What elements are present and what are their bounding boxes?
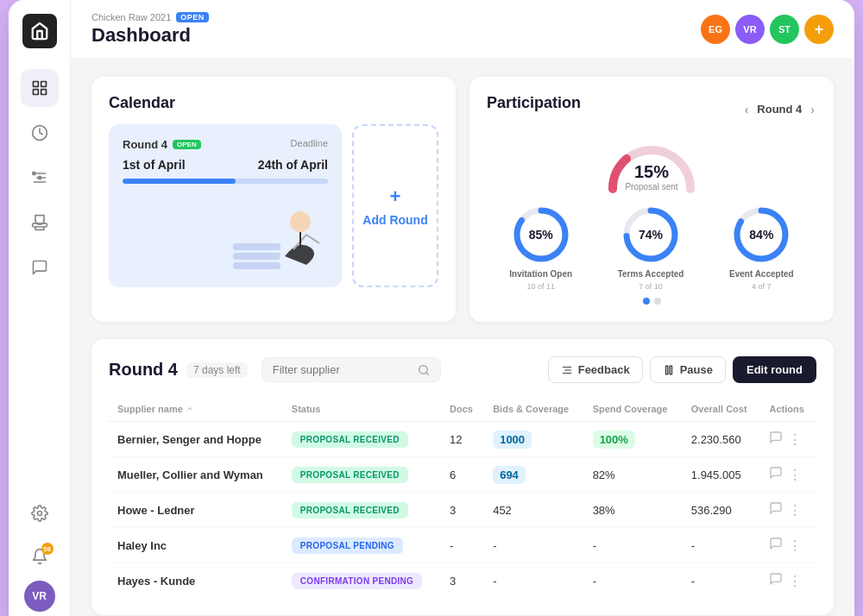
more-icon[interactable]: ⋮	[788, 467, 802, 483]
supplier-name: Howe - Ledner	[109, 493, 283, 528]
action-icons: ⋮	[769, 572, 808, 589]
sidebar-nav	[21, 69, 59, 494]
header-avatar-eg[interactable]: EG	[701, 15, 730, 44]
round-nav-next[interactable]: ›	[809, 101, 816, 118]
status-badge: PROPOSAL RECEIVED	[292, 431, 408, 448]
small-gauges: 85% Invitation Open 10 of 11	[487, 204, 816, 291]
supplier-cost: -	[683, 528, 761, 563]
more-icon[interactable]: ⋮	[788, 431, 802, 448]
big-gauge-percent: 15%	[625, 162, 677, 182]
more-icon[interactable]: ⋮	[788, 573, 802, 589]
dot-0[interactable]	[643, 298, 650, 305]
sidebar-item-dashboard[interactable]	[21, 69, 59, 107]
comment-icon[interactable]	[769, 572, 783, 589]
svg-rect-0	[33, 82, 38, 87]
supplier-spend: 82%	[584, 457, 683, 493]
svg-line-24	[425, 372, 428, 374]
spend-value: 82%	[593, 468, 615, 481]
big-gauge-label: 15% Proposal sent	[625, 162, 677, 192]
supplier-bids: 1000	[484, 422, 583, 457]
sidebar-bottom: 58 VR	[21, 494, 59, 616]
supplier-cost: -	[683, 563, 761, 599]
header-avatar-vr[interactable]: VR	[735, 15, 765, 44]
action-icons: ⋮	[769, 537, 808, 554]
supplier-name: Haley Inc	[109, 528, 283, 563]
supplier-docs: -	[441, 528, 484, 563]
supplier-docs: 12	[441, 422, 484, 457]
feedback-button[interactable]: Feedback	[548, 356, 643, 383]
supplier-status: PROPOSAL RECEIVED	[283, 457, 441, 493]
table-row: Haley Inc PROPOSAL PENDING - - - - ⋮	[109, 528, 816, 563]
add-round-card[interactable]: + Add Round	[352, 124, 438, 287]
filter-supplier-input[interactable]	[273, 363, 411, 376]
svg-rect-1	[41, 82, 46, 87]
supplier-bids: 694	[484, 457, 583, 493]
edit-round-button[interactable]: Edit round	[733, 356, 816, 383]
sidebar-notifications[interactable]: 58	[24, 541, 55, 572]
sidebar: 58 VR	[9, 0, 71, 616]
comment-icon[interactable]	[769, 431, 783, 448]
col-header-actions: Actions	[760, 397, 816, 422]
supplier-status: PROPOSAL RECEIVED	[283, 422, 441, 457]
bids-value: 452	[493, 504, 512, 517]
spend-value: -	[593, 539, 596, 552]
days-left-badge: 7 days left	[186, 362, 248, 378]
dashboard-body: Calendar Round 4 OPEN Deadline	[71, 60, 854, 616]
round-section-header: Round 4 7 days left	[109, 356, 816, 383]
col-header-name: Supplier name	[109, 397, 283, 422]
col-header-cost: Overall Cost	[683, 397, 761, 422]
notification-badge: 58	[41, 543, 54, 555]
svg-rect-28	[665, 366, 667, 374]
small-gauge-container-2: 84%	[730, 204, 792, 266]
round-nav: ‹ Round 4 ›	[743, 101, 816, 118]
pause-button[interactable]: Pause	[650, 356, 726, 383]
dot-1[interactable]	[654, 298, 661, 305]
more-icon[interactable]: ⋮	[788, 502, 802, 519]
supplier-cost: 1.945.005	[683, 457, 761, 493]
supplier-actions: ⋮	[760, 563, 816, 599]
round-header-left: Round 4 7 days left	[109, 357, 441, 382]
round-section-title: Round 4	[109, 360, 178, 380]
supplier-spend: 100%	[584, 422, 683, 457]
supplier-status: PROPOSAL PENDING	[283, 528, 441, 563]
supplier-docs: 3	[441, 563, 484, 599]
col-header-docs: Docs	[441, 397, 484, 422]
sidebar-logo[interactable]	[22, 14, 57, 48]
sg-title-2: Event Accepted	[729, 269, 794, 279]
bids-value: -	[493, 575, 496, 588]
round-nav-prev[interactable]: ‹	[743, 101, 751, 118]
small-gauge-0: 85% Invitation Open 10 of 11	[509, 204, 572, 291]
sidebar-item-settings[interactable]	[21, 159, 59, 197]
big-gauge: 15% Proposal sent	[600, 133, 703, 195]
sidebar-item-chat[interactable]	[21, 248, 59, 286]
user-avatar[interactable]: VR	[24, 581, 55, 612]
table-row: Mueller, Collier and Wyman PROPOSAL RECE…	[109, 457, 816, 493]
bids-value: 1000	[493, 431, 532, 449]
sidebar-item-trophy[interactable]	[21, 204, 59, 242]
status-badge: PROPOSAL RECEIVED	[292, 467, 408, 483]
project-status-badge: OPEN	[176, 12, 209, 22]
progress-bar	[123, 179, 328, 184]
round-actions: Feedback Pause Edit round	[548, 356, 816, 383]
sidebar-item-gear[interactable]	[21, 494, 59, 532]
sidebar-item-history[interactable]	[21, 114, 59, 152]
supplier-status: CONFIRMATION PENDING	[283, 563, 441, 599]
header-avatar-add[interactable]: +	[804, 15, 834, 44]
participation-header: Participation ‹ Round 4 ›	[487, 94, 816, 124]
more-icon[interactable]: ⋮	[788, 537, 802, 554]
round-nav-label: Round 4	[757, 103, 802, 116]
svg-rect-29	[670, 366, 671, 374]
supplier-status: PROPOSAL RECEIVED	[283, 493, 441, 528]
status-badge: PROPOSAL RECEIVED	[292, 502, 408, 519]
big-gauge-sub: Proposal sent	[625, 182, 677, 192]
filter-wrap	[261, 357, 441, 382]
calendar-illustration	[224, 196, 328, 273]
header-avatar-st[interactable]: ST	[770, 15, 799, 44]
comment-icon[interactable]	[769, 537, 783, 554]
table-row: Hayes - Kunde CONFIRMATION PENDING 3 - -…	[109, 563, 816, 599]
comment-icon[interactable]	[769, 501, 783, 519]
cal-round-label: Round 4 OPEN	[123, 138, 201, 151]
supplier-spend: 38%	[584, 493, 683, 528]
comment-icon[interactable]	[769, 466, 783, 483]
spend-value: 100%	[593, 431, 635, 449]
